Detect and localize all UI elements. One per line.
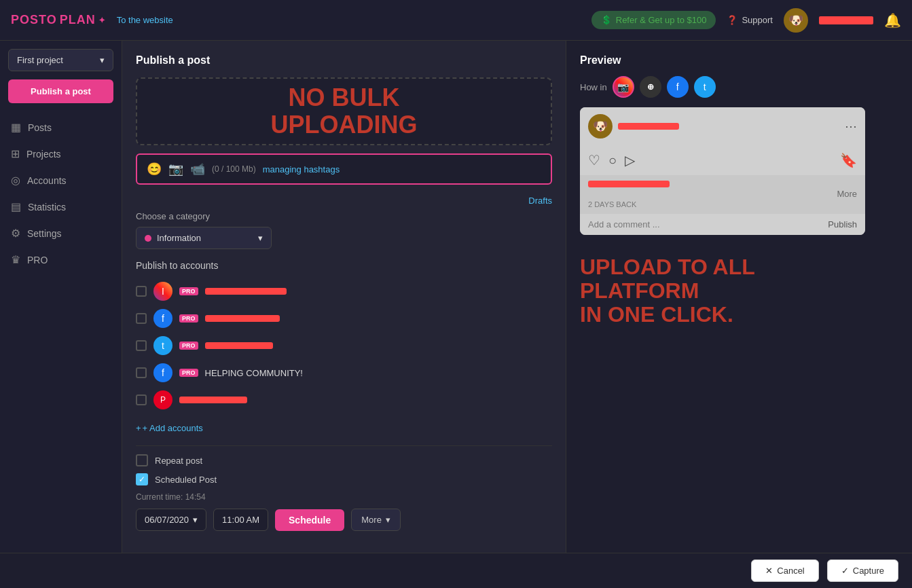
to-website-link[interactable]: To the website (117, 15, 173, 25)
sidebar-item-accounts[interactable]: ◎ Accounts (0, 167, 122, 194)
page-title: Publish a post (136, 54, 552, 67)
upload-area[interactable]: NO BULK UPLOADING (136, 77, 552, 145)
upload-annotation-line1: UPLOAD TO ALL (580, 255, 898, 279)
add-accounts-button[interactable]: + + Add accounts (136, 419, 203, 437)
more-link[interactable]: More (837, 189, 857, 199)
annotation-no-bulk: NO BULK UPLOADING (271, 84, 418, 138)
file-size: (0 / 100 Mb) (212, 164, 256, 174)
question-icon: ❓ (727, 15, 737, 25)
avatar: 🐶 (784, 8, 808, 33)
ig-comment-row: Add a comment ... Publish (580, 214, 865, 235)
settings-icon: ⚙ (11, 227, 20, 240)
account-row-1: I PRO (136, 278, 552, 305)
account-row-2: f PRO (136, 305, 552, 332)
scheduled-post-checkbox[interactable]: ✓ (136, 473, 148, 485)
instagram-icon: I (153, 282, 172, 301)
schedule-button[interactable]: Schedule (275, 509, 344, 531)
twitter-icon: t (153, 336, 172, 355)
ig-username-redacted (618, 123, 679, 130)
bookmark-icon[interactable]: 🔖 (840, 152, 857, 168)
statistics-icon: ▤ (11, 200, 21, 213)
how-in-label: How in (580, 82, 607, 92)
capture-button[interactable]: ✓ Capture (827, 559, 898, 582)
date-picker[interactable]: 06/07/2020 ▾ (136, 509, 206, 531)
preview-threads-btn[interactable]: ⊕ (640, 76, 661, 98)
ig-publish-link[interactable]: Publish (828, 219, 857, 229)
preview-twitter-btn[interactable]: t (694, 76, 716, 98)
account-name-3 (205, 342, 273, 349)
sidebar: First project ▾ Publish a post ▦ Posts ⊞… (0, 41, 122, 553)
ig-more-icon[interactable]: ⋯ (845, 119, 857, 134)
pro-badge-3: PRO (179, 342, 198, 350)
publish-to-title: Publish to accounts (136, 260, 552, 271)
ig-caption-redacted (588, 181, 670, 187)
drafts-row: Drafts (136, 196, 552, 206)
drafts-link[interactable]: Drafts (528, 196, 552, 206)
pro-badge-4: PRO (179, 369, 198, 377)
account-name-1 (205, 288, 287, 295)
bottom-bar: ✕ Cancel ✓ Capture (0, 553, 912, 588)
more-button[interactable]: More ▾ (351, 509, 401, 531)
topnav: POSTOPLAN✦ To the website 💲 Refer & Get … (0, 0, 912, 41)
support-button[interactable]: ❓ Support (727, 15, 773, 25)
account-checkbox-4[interactable] (136, 367, 147, 378)
repeat-post-checkbox[interactable] (136, 454, 148, 466)
time-picker[interactable]: 11:00 AM (213, 509, 268, 531)
preview-instagram-btn[interactable]: 📷 (613, 76, 634, 98)
pro-badge-2: PRO (179, 314, 198, 323)
pro-badge-1: PRO (179, 287, 198, 295)
cancel-button[interactable]: ✕ Cancel (751, 559, 818, 582)
emoji-icon[interactable]: 😊 (147, 162, 162, 177)
project-selector[interactable]: First project ▾ (8, 49, 113, 71)
preview-facebook-btn[interactable]: f (667, 76, 689, 98)
bell-icon[interactable]: 🔔 (884, 12, 901, 29)
video-icon[interactable]: 📹 (190, 162, 205, 177)
dollar-icon: 💲 (601, 15, 612, 25)
sidebar-item-pro[interactable]: ♛ PRO (0, 246, 122, 273)
account-checkbox-2[interactable] (136, 313, 147, 324)
threads-icon: ⊕ (647, 82, 654, 92)
publish-post-button[interactable]: Publish a post (8, 79, 113, 103)
pinterest-icon: P (153, 390, 172, 409)
camera-icon[interactable]: 📷 (168, 162, 183, 177)
hashtag-link[interactable]: managing hashtags (263, 164, 340, 174)
refer-button[interactable]: 💲 Refer & Get up to $100 (591, 11, 716, 29)
sidebar-item-posts[interactable]: ▦ Posts (0, 114, 122, 141)
sidebar-item-statistics[interactable]: ▤ Statistics (0, 194, 122, 220)
upload-annotation-line2: PLATFORM (580, 279, 898, 303)
sidebar-item-settings[interactable]: ⚙ Settings (0, 220, 122, 246)
scheduled-post-label: Scheduled Post (155, 475, 217, 485)
facebook-icon-1: f (153, 309, 172, 328)
comment-icon[interactable]: ○ (608, 153, 617, 168)
category-select[interactable]: Information ▾ (136, 227, 272, 249)
repeat-post-label: Repeat post (155, 456, 202, 466)
sidebar-item-projects[interactable]: ⊞ Projects (0, 141, 122, 167)
pro-icon: ♛ (11, 253, 20, 266)
topnav-right: 💲 Refer & Get up to $100 ❓ Support 🐶 🔔 (591, 8, 901, 33)
divider-1 (136, 445, 552, 446)
facebook-icon: f (676, 81, 679, 92)
main-layout: First project ▾ Publish a post ▦ Posts ⊞… (0, 41, 912, 553)
account-checkbox-5[interactable] (136, 394, 147, 405)
instagram-icon: 📷 (617, 81, 629, 92)
ig-days-back: 2 DAYS BACK (588, 200, 857, 208)
username-redacted (819, 16, 873, 24)
projects-icon: ⊞ (11, 147, 20, 160)
account-checkbox-1[interactable] (136, 286, 147, 297)
ig-comment-placeholder[interactable]: Add a comment ... (588, 219, 828, 229)
ig-preview-card: 🐶 ⋯ ♡ ○ ▷ 🔖 More 2 DAYS BACK Add a comme… (580, 107, 865, 235)
current-time: Current time: 14:54 (136, 492, 552, 502)
heart-icon[interactable]: ♡ (588, 152, 600, 168)
chevron-down-icon: ▾ (258, 233, 263, 243)
account-row-3: t PRO (136, 332, 552, 359)
logo: POSTOPLAN✦ (11, 13, 106, 27)
content-area: Publish a post NO BULK UPLOADING 😊 📷 📹 (… (122, 41, 912, 553)
category-label: Choose a category (136, 211, 552, 221)
how-in-row: How in 📷 ⊕ f t (580, 76, 898, 98)
share-icon[interactable]: ▷ (625, 152, 635, 168)
upload-annotation: UPLOAD TO ALL PLATFORM IN ONE CLICK. (580, 255, 898, 327)
account-checkbox-3[interactable] (136, 340, 147, 351)
account-name-5 (179, 397, 247, 403)
checkmark-icon: ✓ (841, 566, 849, 576)
ig-avatar: 🐶 (588, 114, 613, 139)
